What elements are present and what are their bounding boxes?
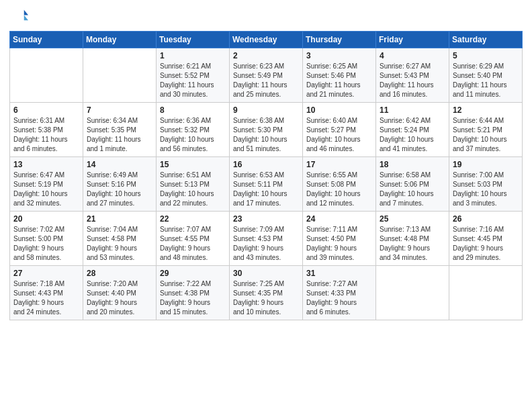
calendar-cell: 17Sunrise: 6:55 AM Sunset: 5:08 PM Dayli… [303,157,376,212]
calendar-cell: 1Sunrise: 6:21 AM Sunset: 5:52 PM Daylig… [157,48,230,103]
day-number: 23 [233,214,299,224]
day-number: 2 [233,51,299,60]
day-number: 12 [453,105,519,115]
day-number: 27 [13,269,79,278]
calendar-cell: 21Sunrise: 7:04 AM Sunset: 4:58 PM Dayli… [83,212,157,266]
day-number: 16 [233,160,299,169]
calendar-cell: 11Sunrise: 6:42 AM Sunset: 5:24 PM Dayli… [376,103,449,157]
calendar-cell: 8Sunrise: 6:36 AM Sunset: 5:32 PM Daylig… [157,103,230,157]
col-header-tuesday: Tuesday [157,32,230,48]
day-info: Sunrise: 7:27 AM Sunset: 4:33 PM Dayligh… [306,279,372,317]
calendar-cell: 27Sunrise: 7:18 AM Sunset: 4:43 PM Dayli… [10,266,83,320]
week-row-2: 6Sunrise: 6:31 AM Sunset: 5:38 PM Daylig… [10,103,523,157]
day-info: Sunrise: 6:34 AM Sunset: 5:35 PM Dayligh… [87,116,152,154]
day-info: Sunrise: 6:51 AM Sunset: 5:13 PM Dayligh… [160,171,226,208]
calendar-cell: 13Sunrise: 6:47 AM Sunset: 5:19 PM Dayli… [10,157,83,212]
calendar-cell: 7Sunrise: 6:34 AM Sunset: 5:35 PM Daylig… [83,103,157,157]
col-header-thursday: Thursday [303,32,376,48]
col-header-saturday: Saturday [449,32,523,48]
calendar-cell: 18Sunrise: 6:58 AM Sunset: 5:06 PM Dayli… [376,157,449,212]
day-number: 29 [160,269,226,278]
calendar-cell: 19Sunrise: 7:00 AM Sunset: 5:03 PM Dayli… [449,157,523,212]
calendar-cell [10,48,83,103]
calendar-cell: 12Sunrise: 6:44 AM Sunset: 5:21 PM Dayli… [449,103,523,157]
calendar-cell: 22Sunrise: 7:07 AM Sunset: 4:55 PM Dayli… [157,212,230,266]
calendar-cell: 30Sunrise: 7:25 AM Sunset: 4:35 PM Dayli… [230,266,303,320]
day-info: Sunrise: 7:02 AM Sunset: 5:00 PM Dayligh… [13,225,79,263]
day-info: Sunrise: 6:38 AM Sunset: 5:30 PM Dayligh… [233,116,299,154]
calendar-cell: 3Sunrise: 6:25 AM Sunset: 5:46 PM Daylig… [303,48,376,103]
svg-rect-2 [9,10,24,21]
day-number: 1 [160,51,226,60]
header [9,7,523,26]
day-number: 20 [13,214,79,224]
day-info: Sunrise: 7:04 AM Sunset: 4:58 PM Dayligh… [87,225,152,263]
day-number: 11 [380,105,445,115]
day-number: 31 [306,269,372,278]
logo [9,7,31,26]
day-info: Sunrise: 6:27 AM Sunset: 5:43 PM Dayligh… [380,62,445,99]
calendar-cell: 2Sunrise: 6:23 AM Sunset: 5:49 PM Daylig… [230,48,303,103]
week-row-3: 13Sunrise: 6:47 AM Sunset: 5:19 PM Dayli… [10,157,523,212]
calendar-cell: 5Sunrise: 6:29 AM Sunset: 5:40 PM Daylig… [449,48,523,103]
week-row-4: 20Sunrise: 7:02 AM Sunset: 5:00 PM Dayli… [10,212,523,266]
day-number: 19 [453,160,519,169]
calendar-cell: 10Sunrise: 6:40 AM Sunset: 5:27 PM Dayli… [303,103,376,157]
day-number: 30 [233,269,299,278]
calendar-cell: 26Sunrise: 7:16 AM Sunset: 4:45 PM Dayli… [449,212,523,266]
col-header-friday: Friday [376,32,449,48]
day-number: 24 [306,214,372,224]
day-number: 5 [453,51,519,60]
day-info: Sunrise: 6:40 AM Sunset: 5:27 PM Dayligh… [306,116,372,154]
day-info: Sunrise: 6:31 AM Sunset: 5:38 PM Dayligh… [13,116,79,154]
day-number: 3 [306,51,372,60]
day-info: Sunrise: 6:42 AM Sunset: 5:24 PM Dayligh… [380,116,445,154]
col-header-wednesday: Wednesday [230,32,303,48]
week-row-1: 1Sunrise: 6:21 AM Sunset: 5:52 PM Daylig… [10,48,523,103]
calendar-cell: 15Sunrise: 6:51 AM Sunset: 5:13 PM Dayli… [157,157,230,212]
calendar-cell: 23Sunrise: 7:09 AM Sunset: 4:53 PM Dayli… [230,212,303,266]
calendar-cell: 29Sunrise: 7:22 AM Sunset: 4:38 PM Dayli… [157,266,230,320]
calendar-cell: 24Sunrise: 7:11 AM Sunset: 4:50 PM Dayli… [303,212,376,266]
day-info: Sunrise: 6:23 AM Sunset: 5:49 PM Dayligh… [233,62,299,99]
day-info: Sunrise: 7:13 AM Sunset: 4:48 PM Dayligh… [380,225,445,263]
calendar-cell: 31Sunrise: 7:27 AM Sunset: 4:33 PM Dayli… [303,266,376,320]
day-number: 18 [380,160,445,169]
day-info: Sunrise: 7:20 AM Sunset: 4:40 PM Dayligh… [87,279,152,317]
day-number: 13 [13,160,79,169]
day-info: Sunrise: 6:49 AM Sunset: 5:16 PM Dayligh… [87,171,152,208]
day-number: 6 [13,105,79,115]
day-number: 26 [453,214,519,224]
main-container: SundayMondayTuesdayWednesdayThursdayFrid… [0,0,532,324]
day-info: Sunrise: 6:25 AM Sunset: 5:46 PM Dayligh… [306,62,372,99]
day-info: Sunrise: 6:47 AM Sunset: 5:19 PM Dayligh… [13,171,79,208]
day-info: Sunrise: 6:58 AM Sunset: 5:06 PM Dayligh… [380,171,445,208]
day-info: Sunrise: 7:16 AM Sunset: 4:45 PM Dayligh… [453,225,519,263]
calendar-cell: 16Sunrise: 6:53 AM Sunset: 5:11 PM Dayli… [230,157,303,212]
svg-marker-0 [24,10,28,15]
calendar-cell [449,266,523,320]
day-number: 8 [160,105,226,115]
day-number: 17 [306,160,372,169]
col-header-sunday: Sunday [10,32,83,48]
calendar-cell: 6Sunrise: 6:31 AM Sunset: 5:38 PM Daylig… [10,103,83,157]
week-row-5: 27Sunrise: 7:18 AM Sunset: 4:43 PM Dayli… [10,266,523,320]
calendar-cell: 25Sunrise: 7:13 AM Sunset: 4:48 PM Dayli… [376,212,449,266]
calendar-cell: 20Sunrise: 7:02 AM Sunset: 5:00 PM Dayli… [10,212,83,266]
day-info: Sunrise: 7:07 AM Sunset: 4:55 PM Dayligh… [160,225,226,263]
day-info: Sunrise: 6:21 AM Sunset: 5:52 PM Dayligh… [160,62,226,99]
day-info: Sunrise: 6:44 AM Sunset: 5:21 PM Dayligh… [453,116,519,154]
day-number: 9 [233,105,299,115]
calendar-cell: 9Sunrise: 6:38 AM Sunset: 5:30 PM Daylig… [230,103,303,157]
calendar-cell [83,48,157,103]
day-info: Sunrise: 7:18 AM Sunset: 4:43 PM Dayligh… [13,279,79,317]
day-info: Sunrise: 6:36 AM Sunset: 5:32 PM Dayligh… [160,116,226,154]
day-info: Sunrise: 7:00 AM Sunset: 5:03 PM Dayligh… [453,171,519,208]
day-number: 22 [160,214,226,224]
day-number: 28 [87,269,152,278]
logo-icon [9,7,28,26]
calendar-cell: 4Sunrise: 6:27 AM Sunset: 5:43 PM Daylig… [376,48,449,103]
day-number: 10 [306,105,372,115]
calendar-cell: 14Sunrise: 6:49 AM Sunset: 5:16 PM Dayli… [83,157,157,212]
svg-marker-1 [24,15,28,20]
